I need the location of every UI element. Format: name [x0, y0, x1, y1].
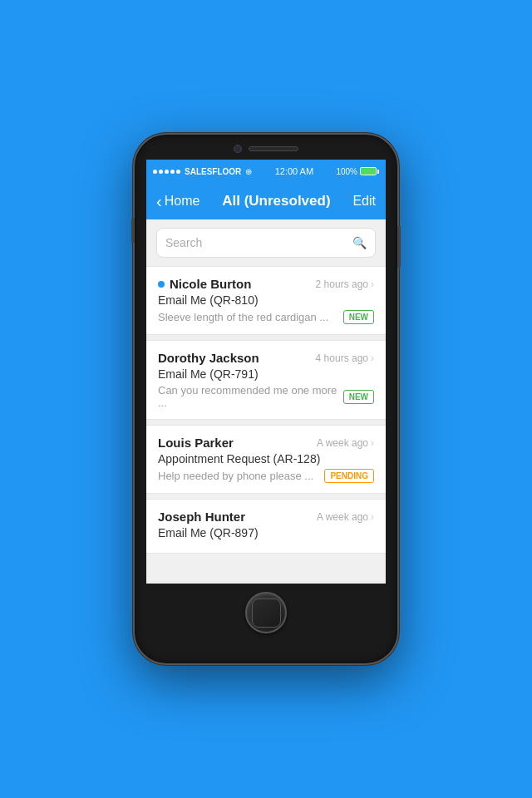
- item-header: Joseph Hunter A week ago ›: [158, 510, 374, 524]
- item-time: 4 hours ago ›: [316, 352, 374, 364]
- signal-dots: [153, 170, 180, 174]
- item-preview: Help needed by phone please ...: [158, 470, 324, 482]
- item-name: Louis Parker: [158, 436, 234, 450]
- item-time: A week ago ›: [317, 511, 374, 523]
- chevron-right-icon: ›: [371, 352, 374, 364]
- search-icon: 🔍: [352, 236, 367, 249]
- item-header: Dorothy Jackson 4 hours ago ›: [158, 351, 374, 365]
- back-chevron-icon: ‹: [156, 193, 162, 209]
- item-preview: Can you recommended me one more ...: [158, 384, 343, 409]
- item-name: Joseph Hunter: [158, 510, 245, 524]
- item-preview-row: Sleeve length of the red cardigan ... NE…: [158, 310, 374, 324]
- dot-3: [165, 170, 169, 174]
- item-subtitle: Appointment Request (AR-128): [158, 452, 374, 466]
- home-button-inner: [252, 598, 281, 628]
- status-badge: PENDING: [324, 469, 374, 483]
- edit-button[interactable]: Edit: [352, 194, 376, 209]
- item-preview-row: Help needed by phone please ... PENDING: [158, 469, 374, 483]
- chevron-right-icon: ›: [371, 437, 374, 449]
- back-label: Home: [165, 194, 200, 209]
- battery-body: [360, 167, 377, 175]
- unread-dot: [158, 281, 165, 288]
- phone-top-area: [135, 145, 397, 153]
- back-button[interactable]: ‹ Home: [156, 193, 200, 209]
- list-container: Nicole Burton 2 hours ago › Email Me (QR…: [146, 266, 386, 559]
- search-bar[interactable]: Search 🔍: [156, 228, 376, 258]
- item-header: Nicole Burton 2 hours ago ›: [158, 277, 374, 291]
- status-right: 100%: [336, 167, 379, 176]
- chevron-right-icon: ›: [371, 278, 374, 290]
- item-name: Dorothy Jackson: [158, 351, 259, 365]
- item-time: A week ago ›: [317, 437, 374, 449]
- item-name-wrap: Joseph Hunter: [158, 510, 245, 524]
- home-button[interactable]: [245, 592, 287, 633]
- status-badge: NEW: [343, 310, 374, 324]
- status-badge: NEW: [343, 390, 374, 404]
- item-name: Nicole Burton: [170, 277, 251, 291]
- nav-title: All (Unresolved): [222, 193, 330, 209]
- item-name-wrap: Louis Parker: [158, 436, 234, 450]
- camera: [234, 145, 242, 153]
- item-subtitle: Email Me (QR-897): [158, 526, 374, 539]
- search-placeholder: Search: [165, 236, 202, 249]
- carrier-label: SALESFLOOR: [185, 167, 241, 176]
- item-name-wrap: Nicole Burton: [158, 277, 251, 291]
- dot-2: [159, 170, 163, 174]
- item-preview-row: Can you recommended me one more ... NEW: [158, 384, 374, 409]
- dot-4: [170, 170, 175, 174]
- list-item[interactable]: Nicole Burton 2 hours ago › Email Me (QR…: [146, 266, 386, 335]
- phone-screen: SALESFLOOR ⊕ 12:00 AM 100% ‹ Home All (U…: [146, 160, 386, 584]
- wifi-icon: ⊕: [245, 167, 252, 176]
- item-subtitle: Email Me (QR-810): [158, 293, 374, 307]
- list-item[interactable]: Dorothy Jackson 4 hours ago › Email Me (…: [146, 340, 386, 420]
- status-left: SALESFLOOR ⊕: [153, 167, 252, 176]
- item-preview: Sleeve length of the red cardigan ...: [158, 311, 343, 323]
- battery-percentage: 100%: [336, 167, 357, 176]
- chevron-right-icon: ›: [371, 511, 374, 523]
- search-bar-wrap: Search 🔍: [146, 219, 386, 266]
- item-time: 2 hours ago ›: [316, 278, 374, 290]
- item-subtitle: Email Me (QR-791): [158, 367, 374, 381]
- list-item[interactable]: Louis Parker A week ago › Appointment Re…: [146, 425, 386, 494]
- battery-tip: [377, 170, 379, 174]
- speaker: [249, 146, 298, 151]
- battery-fill: [361, 168, 376, 175]
- nav-bar: ‹ Home All (Unresolved) Edit: [146, 183, 386, 219]
- list-item[interactable]: Joseph Hunter A week ago › Email Me (QR-…: [146, 499, 386, 554]
- item-name-wrap: Dorothy Jackson: [158, 351, 259, 365]
- phone-device: SALESFLOOR ⊕ 12:00 AM 100% ‹ Home All (U…: [133, 133, 399, 665]
- status-time: 12:00 AM: [275, 166, 313, 176]
- screen-content: Search 🔍 Nicole Burton 2 hours ago › Ema…: [146, 219, 386, 559]
- status-bar: SALESFLOOR ⊕ 12:00 AM 100%: [146, 160, 386, 183]
- item-header: Louis Parker A week ago ›: [158, 436, 374, 450]
- dot-5: [176, 170, 180, 174]
- dot-1: [153, 170, 157, 174]
- phone-bottom: [245, 592, 287, 633]
- battery-icon: [360, 167, 379, 175]
